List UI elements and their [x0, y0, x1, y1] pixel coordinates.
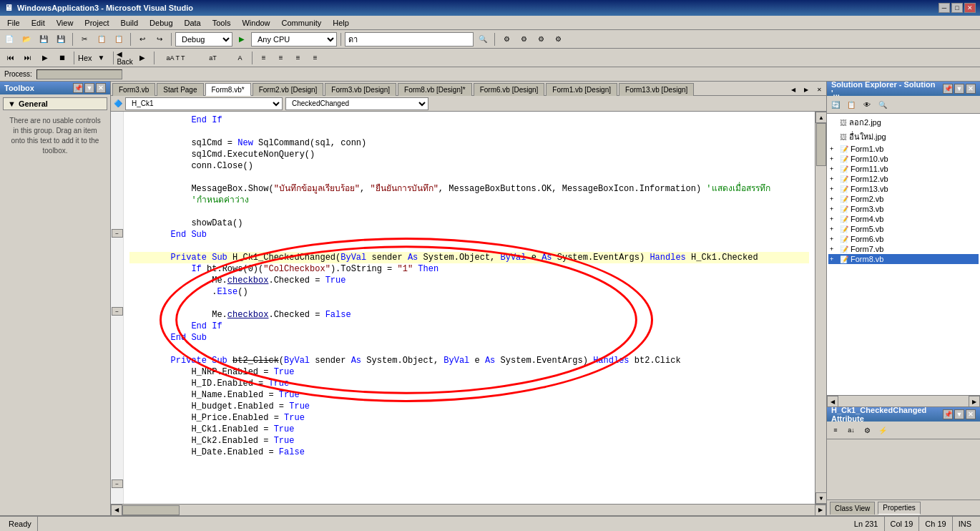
tree-item-form3[interactable]: + 📝 Form3.vb [828, 204, 979, 214]
sol-hscroll-right[interactable]: ▶ [969, 396, 980, 407]
sol-properties-btn[interactable]: 📋 [844, 97, 858, 112]
toolbox-close-btn[interactable]: ✕ [96, 83, 106, 93]
collapse-btn-2[interactable]: − [112, 307, 123, 316]
sol-pin-btn[interactable]: 📌 [943, 84, 953, 94]
format-btn-3[interactable]: ≡ [290, 50, 306, 66]
tab-form8design[interactable]: Form8.vb [Design]* [398, 83, 472, 96]
format-btn-2[interactable]: ≡ [273, 50, 289, 66]
tree-item-form5[interactable]: + 📝 Form5.vb [828, 224, 979, 234]
tree-item-form8[interactable]: + 📝 Form8.vb [828, 254, 979, 264]
tab-classview[interactable]: Class View [830, 502, 875, 515]
menu-file[interactable]: File [1, 17, 26, 29]
props-dropdown-btn[interactable]: ▼ [954, 409, 964, 419]
props-alphabetical-btn[interactable]: a↓ [844, 423, 858, 437]
start-btn[interactable]: ▶ [234, 31, 250, 47]
tab-controls[interactable]: ◀ ▶ ✕ [788, 84, 825, 95]
redo-btn[interactable]: ↪ [152, 31, 167, 47]
props-pin-btn[interactable]: 📌 [943, 409, 953, 419]
tab-form8vb[interactable]: Form8.vb* [205, 83, 251, 96]
tree-item-form4[interactable]: + 📝 Form4.vb [828, 214, 979, 224]
tree-item-form7[interactable]: + 📝 Form7.vb [828, 244, 979, 254]
event-dropdown[interactable]: CheckedChanged [285, 97, 428, 110]
tab-properties-bottom[interactable]: Properties [878, 502, 921, 515]
tree-item-form10[interactable]: + 📝 Form10.vb [828, 154, 979, 164]
scroll-down-btn[interactable]: ▼ [815, 492, 826, 504]
collapse-btn-3[interactable]: − [112, 479, 123, 488]
menu-debug[interactable]: Debug [144, 17, 178, 29]
undo-btn[interactable]: ↩ [134, 31, 150, 47]
minimize-button[interactable]: ─ [939, 3, 950, 13]
tab-scroll-left[interactable]: ◀ [788, 84, 799, 95]
sol-filter-btn[interactable]: 🔍 [876, 97, 890, 112]
cut-btn[interactable]: ✂ [77, 31, 92, 47]
close-button[interactable]: ✕ [964, 3, 976, 13]
format-btn-4[interactable]: ≡ [308, 50, 323, 66]
sol-dropdown-btn[interactable]: ▼ [954, 84, 964, 94]
toolbox-header-buttons[interactable]: 📌 ▼ ✕ [73, 83, 106, 93]
toolbar2-btn-4[interactable]: ⏹ [54, 50, 70, 66]
tab-close[interactable]: ✕ [813, 84, 825, 95]
props-categorized-btn[interactable]: ≡ [828, 423, 843, 437]
horizontal-scrollbar[interactable]: ◀ ▶ [111, 504, 826, 515]
code-content[interactable]: End If sqlCmd = New SqlCommand(sql, conn… [124, 112, 815, 504]
tree-item-form6[interactable]: + 📝 Form6.vb [828, 234, 979, 244]
new-project-btn[interactable]: 📄 [1, 31, 17, 47]
menu-edit[interactable]: Edit [26, 17, 51, 29]
vertical-scrollbar[interactable]: ▲ ▼ [815, 112, 826, 504]
sol-hscroll[interactable]: ◀ ▶ [827, 395, 980, 406]
tab-form3design[interactable]: Form3.vb [Design] [325, 83, 396, 96]
toolbar2-btn-2[interactable]: ⏭ [20, 50, 36, 66]
tools-btn-1[interactable]: ⚙ [499, 31, 514, 47]
fwd-btn[interactable]: ▶ [134, 50, 150, 66]
text-btn-1[interactable]: aA T T [158, 50, 194, 66]
sol-refresh-btn[interactable]: 🔄 [828, 97, 843, 112]
save-btn[interactable]: 💾 [36, 31, 52, 47]
toolbar2-btn-1[interactable]: ⏮ [3, 50, 19, 66]
maximize-button[interactable]: □ [951, 3, 963, 13]
object-dropdown[interactable]: H_Ck1 [125, 97, 283, 110]
tools-btn-3[interactable]: ⚙ [533, 31, 549, 47]
save-all-btn[interactable]: 💾 [53, 31, 69, 47]
scroll-thumb[interactable] [816, 123, 826, 166]
menu-tools[interactable]: Tools [207, 17, 237, 29]
tree-item-form12[interactable]: + 📝 Form12.vb [828, 174, 979, 184]
tab-scroll-right[interactable]: ▶ [800, 84, 812, 95]
collapse-btn-1[interactable]: − [112, 229, 123, 238]
general-section-header[interactable]: ▼ General [3, 97, 107, 110]
scroll-track[interactable] [815, 123, 826, 492]
tree-item-form1[interactable]: + 📝 Form1.vb [828, 144, 979, 154]
menu-help[interactable]: Help [327, 17, 355, 29]
hscroll-thumb[interactable] [122, 505, 180, 515]
menu-window[interactable]: Window [236, 17, 275, 29]
hscroll-right-btn[interactable]: ▶ [815, 505, 826, 516]
scroll-up-btn[interactable]: ▲ [815, 112, 826, 123]
debug-mode-dropdown[interactable]: Debug [175, 32, 232, 47]
menu-view[interactable]: View [51, 17, 79, 29]
hscroll-track[interactable] [122, 505, 815, 515]
solution-header-buttons[interactable]: 📌 ▼ ✕ [943, 84, 976, 94]
props-properties-btn[interactable]: ⚙ [860, 423, 874, 437]
tree-item-form11[interactable]: + 📝 Form11.vb [828, 164, 979, 174]
tab-form2design[interactable]: Form2.vb [Design] [253, 83, 324, 96]
search-go-btn[interactable]: 🔍 [475, 31, 491, 47]
tools-btn-4[interactable]: ⚙ [550, 31, 566, 47]
toolbar2-btn-3[interactable]: ▶ [37, 50, 53, 66]
tab-form3vb[interactable]: Form3.vb [112, 83, 155, 96]
toolbox-pin-btn[interactable]: 📌 [73, 83, 83, 93]
tree-item-other[interactable]: 🖼 อื่นใหม่.jpg [828, 130, 979, 144]
hex-dropdown[interactable]: ▼ [94, 50, 109, 66]
back-btn[interactable]: ◀ Back [117, 50, 133, 66]
text-btn-2[interactable]: aT [195, 50, 231, 66]
tab-form6design[interactable]: Form6.vb [Design] [474, 83, 545, 96]
tab-form13design[interactable]: Form13.vb [Design] [619, 83, 694, 96]
tree-item-form2[interactable]: + 📝 Form2.vb [828, 194, 979, 204]
open-btn[interactable]: 📂 [19, 31, 34, 47]
tab-startpage[interactable]: Start Page [157, 83, 203, 96]
sol-close-btn[interactable]: ✕ [966, 84, 976, 94]
search-input[interactable] [345, 32, 474, 47]
toolbox-dropdown-btn[interactable]: ▼ [84, 83, 94, 93]
format-btn-1[interactable]: ≡ [256, 50, 272, 66]
copy-btn[interactable]: 📋 [94, 31, 109, 47]
tab-form1design[interactable]: Form1.vb [Design] [546, 83, 617, 96]
props-header-buttons[interactable]: 📌 ▼ ✕ [943, 409, 976, 419]
